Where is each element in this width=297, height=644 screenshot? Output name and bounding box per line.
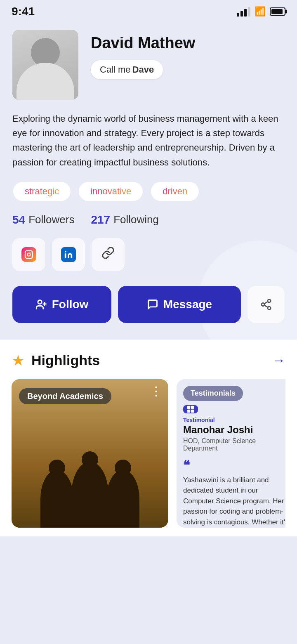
status-icons: 📶 [237,6,285,17]
link-icon [101,246,115,262]
instagram-icon [21,247,36,262]
profile-info: David Mathew Call me Dave [91,30,285,79]
following-stat: 217 Following [91,213,159,226]
highlights-section: ★ Highlights → Beyond Academics ⋮ Testim… [0,340,297,536]
profile-name: David Mathew [91,34,285,53]
svg-line-11 [264,305,268,307]
wifi-icon: 📶 [255,6,266,17]
svg-point-1 [27,253,30,256]
message-icon [147,299,158,310]
social-links [12,238,285,271]
followers-count: 54 [12,213,25,226]
testimonial-text: Yashaswini is a brilliant and dedicated … [183,475,285,528]
instagram-button[interactable] [12,238,45,271]
highlights-arrow[interactable]: → [272,353,285,368]
svg-point-4 [65,251,66,252]
quote-icon: ❝ [183,458,285,472]
star-icon: ★ [12,352,25,369]
status-bar: 9:41 📶 [0,0,297,21]
followers-label: Followers [28,213,74,226]
follow-label: Follow [52,298,89,311]
following-count: 217 [91,213,110,226]
svg-rect-16 [191,410,194,413]
followers-stat: 54 Followers [12,213,74,226]
nickname-badge: Call me Dave [91,60,163,79]
svg-rect-0 [25,251,33,258]
stats-container: 54 Followers 217 Following [12,213,285,226]
cards-row: Beyond Academics ⋮ Testimonials Testimon… [12,379,285,528]
linkedin-icon [61,247,76,262]
nickname-value: Dave [132,64,154,75]
following-label: Following [113,213,159,226]
svg-rect-14 [191,406,194,409]
testimonial-author: Manohar Joshi [183,424,285,436]
testimonial-label-small: Testimonial [183,417,285,423]
beyond-academics-badge: Beyond Academics [19,388,111,404]
status-time: 9:41 [12,5,35,18]
testimonial-badge: Testimonials [183,386,243,401]
linkedin-button[interactable] [52,238,85,271]
testimonial-icon-box [183,405,198,413]
link-button[interactable] [92,238,125,271]
card-testimonials: Testimonials Testimonial Manohar Joshi H… [177,379,285,528]
share-icon [260,298,272,311]
person-silhouette-1 [40,470,73,528]
people-silhouettes [12,431,168,528]
card-beyond-academics: Beyond Academics ⋮ [12,379,168,528]
message-button[interactable]: Message [118,286,241,323]
person-silhouette-2 [71,462,108,528]
svg-rect-15 [187,410,191,413]
tag-innovative: innovative [78,181,144,202]
follow-button[interactable]: Follow [12,286,111,323]
signal-icon [237,7,250,17]
follow-user-icon [35,299,47,310]
svg-line-12 [264,302,268,304]
testimonial-content: Testimonials Testimonial Manohar Joshi H… [177,379,285,528]
nickname-prefix: Call me [100,64,131,75]
highlights-header: ★ Highlights → [12,352,285,369]
card-menu-button[interactable]: ⋮ [150,386,162,397]
svg-point-5 [38,300,42,304]
message-label: Message [163,298,212,311]
svg-rect-13 [187,406,191,409]
profile-section: David Mathew Call me Dave Exploring the … [0,21,297,340]
highlights-label: Highlights [31,352,100,368]
tag-strategic: strategic [12,181,71,202]
profile-header: David Mathew Call me Dave [12,30,285,100]
avatar [12,30,78,100]
svg-rect-3 [65,253,66,258]
person-silhouette-3 [106,470,139,528]
bio-text: Exploring the dynamic world of business … [12,111,285,170]
tag-driven: driven [150,181,200,202]
highlights-title: ★ Highlights [12,352,100,369]
action-buttons: Follow Message [12,286,285,323]
testimonial-role: HOD, Computer Science Department [183,437,285,452]
share-button[interactable] [248,286,285,323]
tags-container: strategic innovative driven [12,181,285,202]
battery-icon [270,7,285,16]
svg-point-2 [31,252,31,253]
